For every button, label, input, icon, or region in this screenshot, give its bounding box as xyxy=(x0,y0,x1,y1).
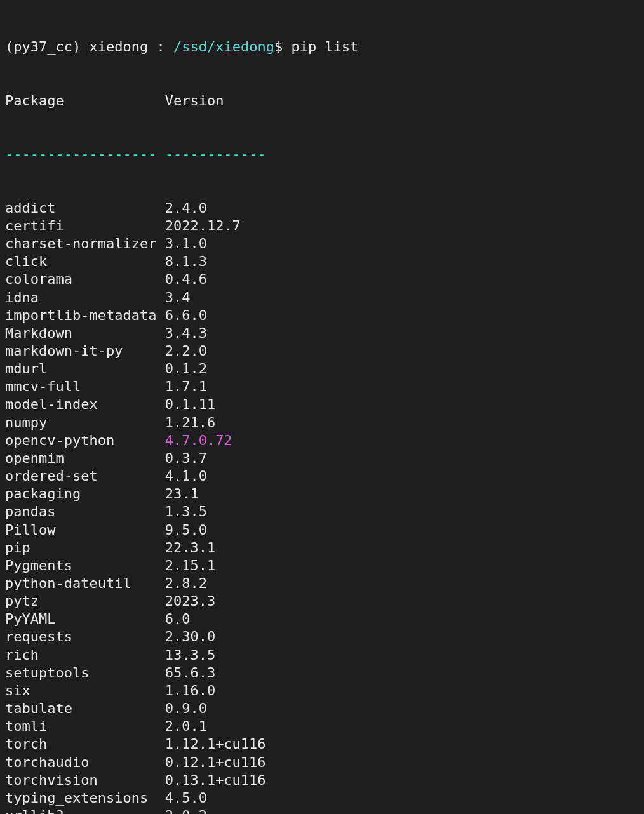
table-row: colorama0.4.6 xyxy=(5,270,639,288)
package-version: 1.12.1+cu116 xyxy=(165,735,266,753)
package-name: torch xyxy=(5,735,165,753)
header-package: Package xyxy=(5,92,165,110)
package-name: addict xyxy=(5,199,165,217)
package-version: 2.0.1 xyxy=(165,717,207,735)
package-version: 1.16.0 xyxy=(165,682,215,700)
cwd-path: /ssd/xiedong xyxy=(173,39,274,55)
table-row: pandas1.3.5 xyxy=(5,503,639,521)
package-version: 0.4.6 xyxy=(165,270,207,288)
package-version: 2.2.0 xyxy=(165,342,207,360)
package-name: Pillow xyxy=(5,521,165,539)
package-version: 2.15.1 xyxy=(165,557,215,575)
package-version: 4.7.0.72 xyxy=(165,432,232,450)
table-row: certifi2022.12.7 xyxy=(5,217,639,235)
package-name: opencv-python xyxy=(5,432,165,450)
package-name: numpy xyxy=(5,414,165,432)
package-version: 2023.3 xyxy=(165,592,215,610)
package-name: idna xyxy=(5,289,165,307)
package-version: 23.1 xyxy=(165,485,199,503)
package-version: 1.7.1 xyxy=(165,378,207,396)
package-name: colorama xyxy=(5,270,165,288)
prompt-sep: : xyxy=(148,39,173,55)
table-row: model-index0.1.11 xyxy=(5,396,639,413)
rule-package: ------------------ xyxy=(5,145,165,163)
package-name: python-dateutil xyxy=(5,575,165,592)
package-name: certifi xyxy=(5,217,165,235)
header-version: Version xyxy=(165,92,224,110)
package-version: 0.13.1+cu116 xyxy=(165,771,266,789)
package-name: ordered-set xyxy=(5,467,165,485)
terminal[interactable]: (py37_cc) xiedong : /ssd/xiedong$ pip li… xyxy=(0,0,644,814)
package-name: markdown-it-py xyxy=(5,342,165,360)
package-name: requests xyxy=(5,628,165,646)
table-row: openmim0.3.7 xyxy=(5,450,639,467)
table-row: packaging23.1 xyxy=(5,485,639,503)
table-row: pip22.3.1 xyxy=(5,539,639,557)
table-row: Pygments2.15.1 xyxy=(5,557,639,575)
package-version: 3.4.3 xyxy=(165,324,207,342)
table-row: ordered-set4.1.0 xyxy=(5,467,639,485)
table-row: pytz2023.3 xyxy=(5,592,639,610)
package-name: openmim xyxy=(5,450,165,467)
package-name: six xyxy=(5,682,165,700)
package-name: model-index xyxy=(5,396,165,413)
package-name: pytz xyxy=(5,592,165,610)
package-name: urllib3 xyxy=(5,807,165,814)
package-version: 6.0 xyxy=(165,610,191,628)
user-name: xiedong xyxy=(89,39,148,55)
table-row: typing_extensions4.5.0 xyxy=(5,789,639,807)
table-header: PackageVersion xyxy=(5,92,639,110)
package-version: 4.1.0 xyxy=(165,467,207,485)
package-name: setuptools xyxy=(5,664,165,682)
table-row: mmcv-full1.7.1 xyxy=(5,378,639,396)
table-row: six1.16.0 xyxy=(5,682,639,700)
package-version: 3.1.0 xyxy=(165,235,207,253)
package-version: 9.5.0 xyxy=(165,521,207,539)
package-version: 2.4.0 xyxy=(165,199,207,217)
package-name: Pygments xyxy=(5,557,165,575)
prompt-line: (py37_cc) xiedong : /ssd/xiedong$ pip li… xyxy=(5,38,639,56)
env-name: (py37_cc) xyxy=(5,39,81,55)
package-version: 2.0.2 xyxy=(165,807,207,814)
table-row: click8.1.3 xyxy=(5,253,639,270)
package-version: 65.6.3 xyxy=(165,664,215,682)
rule-version: ------------ xyxy=(165,145,266,163)
table-row: rich13.3.5 xyxy=(5,646,639,664)
package-version: 13.3.5 xyxy=(165,646,215,664)
table-row: torchaudio0.12.1+cu116 xyxy=(5,754,639,771)
package-version: 0.12.1+cu116 xyxy=(165,754,266,771)
table-rule: ------------------------------ xyxy=(5,145,639,163)
table-row: requests2.30.0 xyxy=(5,628,639,646)
table-row: python-dateutil2.8.2 xyxy=(5,575,639,592)
package-name: pip xyxy=(5,539,165,557)
package-name: pandas xyxy=(5,503,165,521)
package-version: 0.3.7 xyxy=(165,450,207,467)
package-name: typing_extensions xyxy=(5,789,165,807)
package-version: 4.5.0 xyxy=(165,789,207,807)
package-name: packaging xyxy=(5,485,165,503)
package-version: 1.3.5 xyxy=(165,503,207,521)
table-row: tomli2.0.1 xyxy=(5,717,639,735)
table-row: numpy1.21.6 xyxy=(5,414,639,432)
table-row: PyYAML6.0 xyxy=(5,610,639,628)
package-version: 6.6.0 xyxy=(165,307,207,324)
package-name: click xyxy=(5,253,165,270)
table-row: idna3.4 xyxy=(5,289,639,307)
package-name: mmcv-full xyxy=(5,378,165,396)
package-name: rich xyxy=(5,646,165,664)
table-row: tabulate0.9.0 xyxy=(5,700,639,717)
package-name: torchvision xyxy=(5,771,165,789)
package-version: 2.8.2 xyxy=(165,575,207,592)
package-version: 8.1.3 xyxy=(165,253,207,270)
package-name: charset-normalizer xyxy=(5,235,165,253)
package-rows: addict2.4.0certifi2022.12.7charset-norma… xyxy=(5,199,639,814)
table-row: importlib-metadata6.6.0 xyxy=(5,307,639,324)
package-name: tomli xyxy=(5,717,165,735)
package-version: 22.3.1 xyxy=(165,539,215,557)
prompt-dollar: $ xyxy=(274,39,283,55)
package-name: Markdown xyxy=(5,324,165,342)
package-version: 0.1.11 xyxy=(165,396,215,413)
package-name: PyYAML xyxy=(5,610,165,628)
table-row: addict2.4.0 xyxy=(5,199,639,217)
table-row: Markdown3.4.3 xyxy=(5,324,639,342)
